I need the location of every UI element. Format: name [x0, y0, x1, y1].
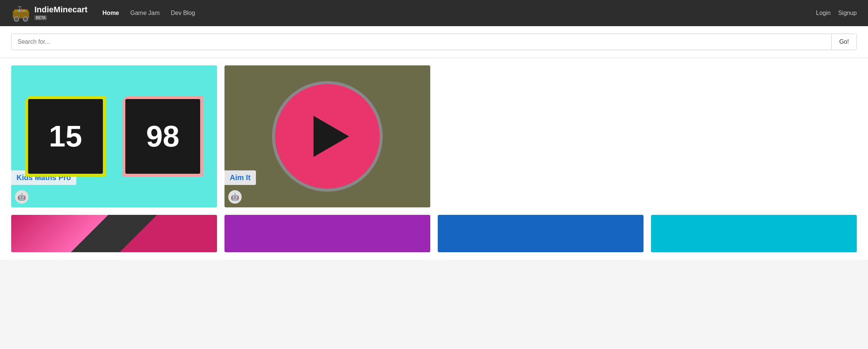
math-tile-2: 98	[125, 99, 200, 174]
aim-it-thumbnail	[224, 65, 430, 207]
math-tile-1: 15	[28, 99, 103, 174]
aim-circle	[275, 84, 380, 189]
login-link[interactable]: Login	[816, 10, 831, 16]
aim-it-title-overlay: Aim It	[224, 170, 256, 185]
nav-game-jam[interactable]: Game Jam	[130, 10, 159, 16]
aim-it-platform-badge: 🤖	[228, 190, 242, 204]
svg-point-3	[23, 17, 28, 21]
partial-card-3[interactable]	[438, 215, 644, 252]
tile-number-1: 15	[28, 99, 103, 174]
nav-auth: Login Signup	[816, 10, 857, 16]
brand-name: IndieMinecart	[34, 6, 88, 14]
search-button[interactable]: Go!	[831, 34, 856, 50]
nav-home[interactable]: Home	[103, 10, 119, 16]
partial-card-1[interactable]	[11, 215, 217, 252]
search-input[interactable]	[12, 34, 831, 50]
search-section: Go!	[0, 26, 868, 58]
nav-links: Home Game Jam Dev Blog	[103, 10, 816, 16]
navbar: IndieMinecart BETA Home Game Jam Dev Blo…	[0, 0, 868, 26]
aim-it-title: Aim It	[230, 173, 251, 182]
svg-point-2	[14, 17, 19, 21]
brand-beta-badge: BETA	[34, 15, 47, 20]
signup-link[interactable]: Signup	[838, 10, 857, 16]
kids-maths-thumbnail: 15 98	[11, 65, 217, 207]
svg-rect-8	[18, 6, 22, 7]
games-section: 15 98 Kids Maths Pro 🤖	[0, 58, 868, 260]
games-grid: 15 98 Kids Maths Pro 🤖	[11, 65, 857, 207]
game-card-aim-it[interactable]: Aim It 🤖	[224, 65, 430, 207]
search-bar: Go!	[11, 34, 857, 50]
game-card-kids-maths-pro[interactable]: 15 98 Kids Maths Pro 🤖	[11, 65, 217, 207]
partial-card-4[interactable]	[651, 215, 857, 252]
nav-dev-blog[interactable]: Dev Blog	[171, 10, 195, 16]
kids-maths-platform-badge: 🤖	[15, 190, 28, 204]
tile-number-2: 98	[125, 99, 200, 174]
play-triangle-icon	[314, 116, 349, 157]
partial-card-2[interactable]	[224, 215, 430, 252]
android-icon: 🤖	[18, 193, 26, 201]
partial-cards-row	[11, 215, 857, 252]
android-icon-2: 🤖	[231, 193, 239, 201]
brand-logo[interactable]: IndieMinecart BETA	[11, 3, 88, 23]
